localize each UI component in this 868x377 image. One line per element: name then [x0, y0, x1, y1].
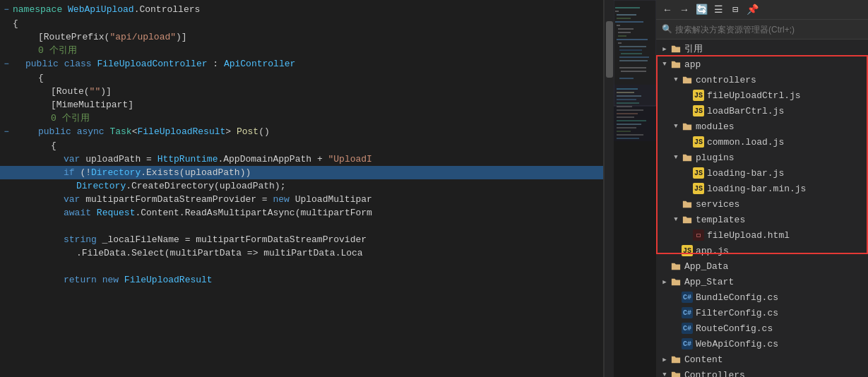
tree-label: Content [684, 354, 865, 365]
tree-item-templates[interactable]: ▼templates [656, 212, 868, 227]
tree-arrow [682, 167, 693, 179]
tree-label: App_Data [684, 261, 865, 272]
tree-label: WebApiConfig.cs [696, 339, 865, 349]
line-content: 0 个引用 [13, 44, 598, 57]
svg-rect-31 [617, 127, 636, 128]
tree-label: loadBarCtrl.js [707, 106, 865, 116]
line-content: if (!Directory.Exists(uploadPath)) [13, 166, 598, 179]
tree-arrow: ▼ [670, 74, 682, 85]
tree-icon-folder [682, 152, 693, 163]
tree-icon-html: ◻ [693, 229, 704, 241]
se-forward-btn[interactable]: → [677, 3, 691, 17]
tree-item-Content[interactable]: ▶Content [656, 352, 868, 367]
tree-arrow: ▶ [659, 354, 670, 365]
se-pin-btn[interactable]: 📌 [745, 3, 759, 17]
svg-rect-27 [617, 113, 638, 114]
tree-arrow [682, 183, 693, 194]
minimap-svg [614, 0, 656, 377]
tree-item-fileUploadCtrl[interactable]: JSfileUploadCtrl.js [656, 88, 868, 103]
tree-label: Controllers [684, 370, 865, 378]
se-search-bar: 🔍 [656, 20, 868, 40]
svg-rect-33 [617, 134, 643, 136]
code-line-12: var uploadPath = HttpRuntime.AppDomainAp… [0, 152, 603, 166]
tree-icon-folder [682, 74, 693, 85]
collapse-indicator[interactable]: − [0, 126, 13, 139]
se-tree[interactable]: ▶引用▼app▼controllersJSfileUploadCtrl.jsJS… [656, 40, 868, 377]
se-sync-btn[interactable]: 🔄 [694, 3, 708, 17]
tree-item-FilterConfig[interactable]: C#FilterConfig.cs [656, 305, 868, 321]
code-line-16: await Request.Content.ReadAsMultipartAsy… [0, 206, 603, 220]
code-line-19: .FileData.Select(multiPartData => multiP… [0, 246, 603, 260]
tree-item-BundleConfig[interactable]: C#BundleConfig.cs [656, 289, 868, 305]
code-lines: −namespace WebApiUpload.Controllers{[Rou… [0, 0, 603, 289]
tree-arrow: ▶ [659, 43, 670, 54]
tree-item-RouteConfig[interactable]: C#RouteConfig.cs [656, 321, 868, 336]
tree-arrow [670, 245, 682, 256]
tree-item-controllers[interactable]: ▼controllers [656, 72, 868, 88]
tree-label: app [684, 59, 865, 70]
tree-icon-js: JS [693, 105, 704, 116]
tree-item-loadBarCtrl[interactable]: JSloadBarCtrl.js [656, 103, 868, 119]
code-line-7: [Route("")] [0, 85, 603, 98]
tree-label: modules [696, 121, 865, 132]
tree-icon-folder [682, 214, 693, 225]
tree-item-loadingBarMin[interactable]: JSloading-bar.min.js [656, 181, 868, 196]
tree-item-fileUploadHtml[interactable]: ◻fileUpload.html [656, 227, 868, 243]
line-content: 0 个引用 [13, 112, 598, 125]
tree-item-modules[interactable]: ▼modules [656, 119, 868, 134]
tree-label: services [696, 199, 865, 210]
code-line-9: 0 个引用 [0, 112, 603, 125]
tree-item-loadingBar[interactable]: JSloading-bar.js [656, 165, 868, 181]
tree-arrow [670, 323, 682, 334]
code-line-14: Directory.CreateDirectory(uploadPath); [0, 179, 603, 193]
tree-item-引用[interactable]: ▶引用 [656, 41, 868, 56]
code-line-10: −public async Task<FileUploadResult> Pos… [0, 125, 603, 139]
tree-label: 引用 [684, 42, 865, 55]
tree-icon-cs: C# [682, 292, 693, 303]
tree-icon-folder [670, 354, 682, 365]
collapse-indicator[interactable]: − [0, 58, 13, 71]
tree-icon-js: JS [682, 245, 693, 256]
tree-label: fileUpload.html [707, 230, 865, 241]
tree-label: controllers [696, 75, 865, 85]
solution-explorer: ← → 🔄 ☰ ⊟ 📌 🔍 ▶引用▼app▼controllersJSfileU… [656, 0, 868, 377]
tree-item-services[interactable]: services [656, 196, 868, 212]
tree-item-appJs[interactable]: JSapp.js [656, 243, 868, 258]
tree-arrow [682, 229, 693, 241]
svg-rect-34 [617, 138, 639, 139]
collapse-indicator[interactable]: − [0, 4, 13, 17]
code-line-20 [0, 260, 603, 273]
tree-icon-folder [682, 121, 693, 132]
tree-icon-js: JS [693, 136, 704, 148]
scrollbar-thumb[interactable] [606, 21, 613, 78]
tree-item-app[interactable]: ▼app [656, 56, 868, 72]
se-back-btn[interactable]: ← [660, 3, 674, 17]
code-line-11: { [0, 139, 603, 152]
tree-item-WebApiConfig[interactable]: C#WebApiConfig.cs [656, 336, 868, 352]
tree-item-Controllers[interactable]: ▼Controllers [656, 367, 868, 377]
se-collapse-btn[interactable]: ⊟ [728, 3, 742, 17]
tree-arrow [682, 136, 693, 148]
tree-label: App_Start [684, 277, 865, 287]
tree-item-App_Data[interactable]: App_Data [656, 258, 868, 274]
tree-item-plugins[interactable]: ▼plugins [656, 150, 868, 165]
scrollbar-track[interactable] [604, 0, 614, 377]
code-line-17 [0, 220, 603, 233]
tree-arrow [670, 198, 682, 210]
se-filter-btn[interactable]: ☰ [711, 3, 725, 17]
tree-arrow: ▶ [659, 276, 670, 287]
line-content: string _localFileName = multipartFormDat… [13, 233, 598, 246]
tree-item-commonLoad[interactable]: JScommon.load.js [656, 134, 868, 150]
tree-arrow [670, 307, 682, 318]
line-content: var multipartFormDataStreamProvider = ne… [13, 193, 598, 206]
tree-item-App_Start[interactable]: ▶App_Start [656, 274, 868, 289]
tree-icon-cs: C# [682, 307, 693, 318]
tree-icon-js: JS [693, 167, 704, 179]
code-editor: −namespace WebApiUpload.Controllers{[Rou… [0, 0, 604, 377]
tree-icon-js: JS [693, 90, 704, 101]
minimap [614, 0, 656, 377]
tree-icon-folder [670, 43, 682, 54]
se-search-input[interactable] [675, 25, 862, 35]
svg-rect-32 [617, 131, 631, 132]
line-content: Directory.CreateDirectory(uploadPath); [13, 179, 598, 193]
